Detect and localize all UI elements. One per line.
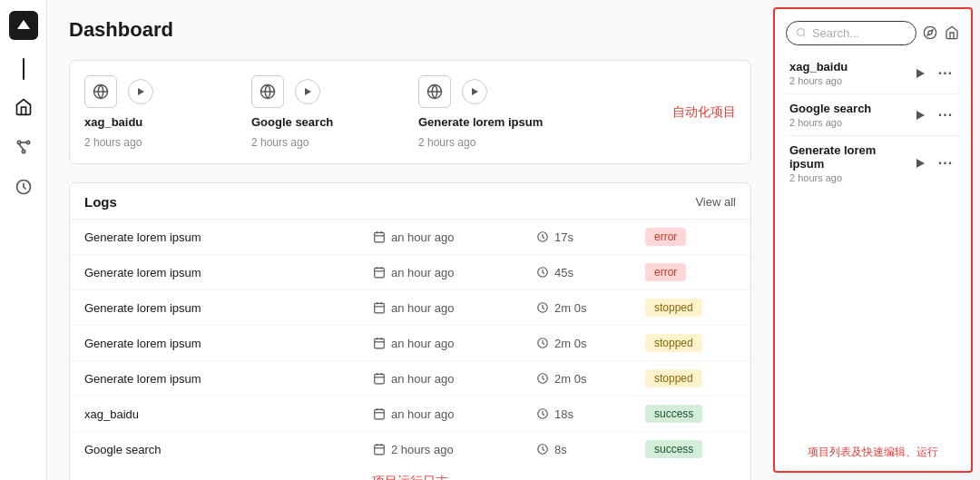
calendar-icon [373, 301, 386, 314]
panel-item-time: 2 hours ago [789, 75, 848, 86]
svg-marker-8 [138, 88, 144, 95]
project-play-btn-2[interactable] [462, 79, 487, 104]
svg-rect-40 [375, 409, 385, 419]
search-bar[interactable] [786, 21, 916, 45]
panel-item-time: 2 hours ago [789, 117, 871, 128]
compass-icon-btn[interactable] [922, 20, 938, 45]
calendar-icon [373, 337, 386, 349]
panel-item: Google search 2 hours ago ··· [786, 94, 960, 136]
log-name: Generate lorem ipsum [84, 230, 373, 244]
log-name: xag_baidu [84, 407, 373, 421]
panel-item-name: xag_baidu [789, 60, 848, 73]
calendar-icon [373, 372, 386, 385]
svg-point-2 [22, 150, 24, 152]
sidebar-item-logs[interactable] [7, 171, 40, 203]
panel-more-button[interactable]: ··· [935, 63, 956, 84]
log-row: Generate lorem ipsum an hour ago 2m 0s s… [70, 326, 750, 361]
sidebar [0, 0, 47, 480]
log-status-badge: stopped [645, 299, 702, 317]
timer-icon [536, 372, 549, 385]
app-logo [9, 11, 38, 40]
search-input[interactable] [812, 26, 906, 40]
timer-icon [536, 407, 549, 420]
home-icon-btn[interactable] [944, 20, 960, 45]
log-duration: 18s [536, 407, 645, 421]
log-time: 2 hours ago [373, 443, 536, 456]
panel-item-time: 2 hours ago [789, 172, 909, 183]
log-duration: 2m 0s [536, 337, 645, 350]
calendar-icon [373, 443, 386, 456]
project-icon-1 [251, 75, 284, 108]
log-status-badge: stopped [645, 334, 702, 352]
log-row: Generate lorem ipsum an hour ago 17s err… [70, 220, 750, 255]
log-name: Generate lorem ipsum [84, 372, 373, 386]
panel-item-actions: ··· [909, 152, 956, 174]
project-name-1: Google search [251, 115, 333, 129]
svg-rect-15 [375, 232, 385, 242]
svg-marker-11 [305, 88, 311, 95]
project-play-btn-1[interactable] [295, 79, 320, 104]
log-name: Generate lorem ipsum [84, 337, 373, 350]
panel-play-button[interactable] [909, 152, 931, 174]
panel-play-button[interactable] [909, 104, 931, 126]
svg-marker-53 [927, 30, 933, 35]
search-icon [796, 26, 807, 39]
panel-more-button[interactable]: ··· [935, 104, 956, 126]
log-row: Generate lorem ipsum an hour ago 45s err… [70, 255, 750, 290]
panel-footer-label: 项目列表及快速编辑、运行 [786, 437, 960, 460]
right-panel: xag_baidu 2 hours ago ··· Google search … [773, 7, 973, 473]
svg-rect-30 [375, 338, 385, 348]
log-duration: 2m 0s [536, 372, 645, 386]
panel-item-actions: ··· [909, 63, 956, 84]
panel-item-actions: ··· [909, 104, 956, 126]
log-status-badge: error [645, 228, 686, 246]
svg-marker-55 [916, 111, 925, 120]
svg-rect-45 [375, 445, 385, 455]
log-time: an hour ago [373, 266, 536, 279]
panel-item-name: Generate lorem ipsum [789, 143, 909, 171]
project-name-2: Generate lorem ipsum [418, 115, 543, 129]
svg-rect-25 [375, 303, 385, 313]
log-row: Google search 2 hours ago 8s success [70, 432, 750, 466]
project-icon-2 [418, 75, 451, 108]
log-duration: 8s [536, 443, 645, 456]
log-duration: 17s [536, 230, 645, 244]
svg-marker-14 [472, 88, 478, 95]
logs-section: Logs View all Generate lorem ipsum an ho… [69, 182, 751, 480]
logs-title: Logs [84, 194, 117, 210]
svg-marker-54 [916, 69, 925, 78]
project-play-btn-0[interactable] [128, 79, 153, 104]
svg-marker-56 [916, 159, 925, 168]
main-content: Dashboard xag_baidu 2 hou [47, 0, 773, 480]
calendar-icon [373, 407, 386, 420]
timer-icon [536, 230, 549, 243]
panel-play-button[interactable] [909, 63, 931, 84]
svg-point-1 [26, 141, 29, 143]
log-rows-container: Generate lorem ipsum an hour ago 17s err… [70, 220, 750, 466]
project-card-0: xag_baidu 2 hours ago [84, 75, 230, 149]
panel-item-info: Generate lorem ipsum 2 hours ago [789, 143, 909, 183]
log-name: Generate lorem ipsum [84, 301, 373, 315]
svg-line-4 [19, 144, 24, 151]
log-time: an hour ago [373, 301, 536, 315]
svg-rect-35 [375, 374, 385, 384]
log-name: Google search [84, 443, 373, 456]
logs-header: Logs View all [70, 183, 750, 220]
log-row: Generate lorem ipsum an hour ago 2m 0s s… [70, 361, 750, 397]
svg-point-50 [797, 29, 804, 36]
log-status-badge: stopped [645, 369, 702, 387]
sidebar-item-flows[interactable] [7, 131, 40, 163]
panel-items-container: xag_baidu 2 hours ago ··· Google search … [786, 53, 960, 191]
timer-icon [536, 337, 549, 349]
log-status-badge: error [645, 263, 686, 281]
project-time-2: 2 hours ago [418, 136, 475, 149]
panel-item-info: xag_baidu 2 hours ago [789, 60, 848, 86]
panel-item: xag_baidu 2 hours ago ··· [786, 53, 960, 94]
svg-rect-20 [375, 268, 385, 278]
project-time-0: 2 hours ago [84, 136, 142, 149]
log-duration: 2m 0s [536, 301, 645, 315]
panel-more-button[interactable]: ··· [935, 152, 956, 174]
logs-footer-label: 项目运行日志 [70, 466, 750, 480]
view-all-button[interactable]: View all [695, 195, 736, 209]
sidebar-item-home[interactable] [7, 91, 40, 123]
